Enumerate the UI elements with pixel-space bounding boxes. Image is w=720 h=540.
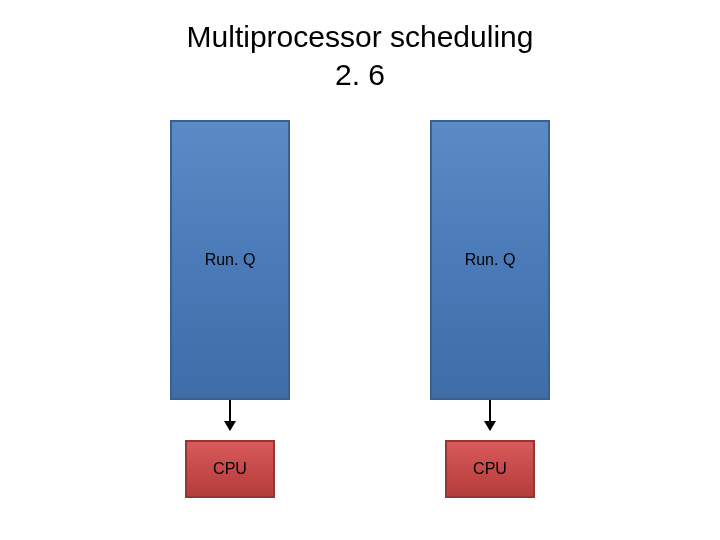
title-line-2: 2. 6	[335, 58, 385, 91]
run-queue-1: Run. Q	[430, 120, 550, 400]
cpu-0: CPU	[185, 440, 275, 498]
cpu-1: CPU	[445, 440, 535, 498]
arrow-0	[229, 400, 231, 430]
run-queue-1-label: Run. Q	[465, 251, 516, 269]
slide-title: Multiprocessor scheduling 2. 6	[0, 18, 720, 93]
arrow-1	[489, 400, 491, 430]
cpu-0-label: CPU	[213, 460, 247, 478]
run-queue-0: Run. Q	[170, 120, 290, 400]
cpu-1-label: CPU	[473, 460, 507, 478]
run-queue-0-label: Run. Q	[205, 251, 256, 269]
title-line-1: Multiprocessor scheduling	[187, 20, 534, 53]
